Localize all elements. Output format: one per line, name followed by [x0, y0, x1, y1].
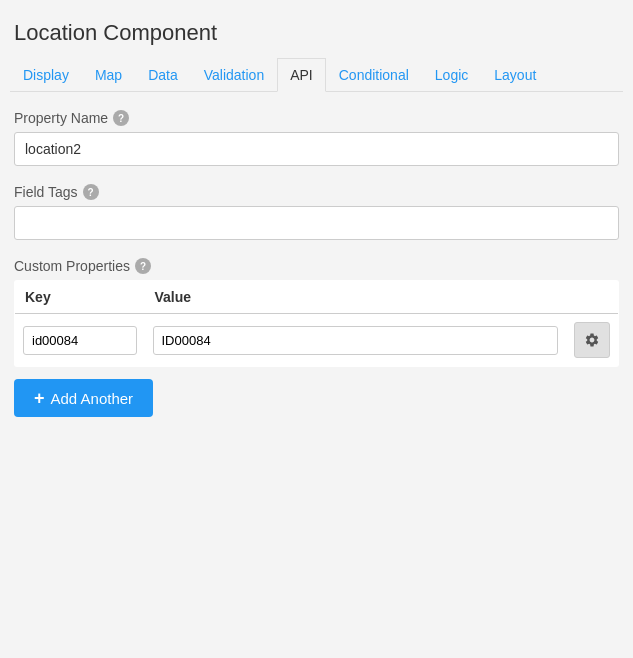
- field-tags-help-icon[interactable]: ?: [83, 184, 99, 200]
- tab-logic[interactable]: Logic: [422, 58, 481, 91]
- add-another-button[interactable]: + Add Another: [14, 379, 153, 417]
- field-tags-input[interactable]: [14, 206, 619, 240]
- tab-map[interactable]: Map: [82, 58, 135, 91]
- custom-properties-section: Custom Properties ? Key Value: [10, 258, 623, 417]
- col-header-key: Key: [15, 281, 145, 314]
- tab-data[interactable]: Data: [135, 58, 191, 91]
- property-name-help-icon[interactable]: ?: [113, 110, 129, 126]
- property-name-label: Property Name ?: [14, 110, 619, 126]
- row-key-input[interactable]: [23, 326, 137, 355]
- field-tags-label: Field Tags ?: [14, 184, 619, 200]
- plus-icon: +: [34, 389, 45, 407]
- settings-icon: [584, 332, 600, 348]
- custom-properties-help-icon[interactable]: ?: [135, 258, 151, 274]
- custom-properties-label: Custom Properties ?: [14, 258, 619, 274]
- tab-api[interactable]: API: [277, 58, 326, 92]
- col-header-action: [566, 281, 619, 314]
- tab-display[interactable]: Display: [10, 58, 82, 91]
- tab-validation[interactable]: Validation: [191, 58, 277, 91]
- custom-properties-table: Key Value: [14, 280, 619, 367]
- row-value-input[interactable]: [153, 326, 559, 355]
- add-another-label: Add Another: [51, 390, 134, 407]
- property-name-section: Property Name ?: [10, 110, 623, 166]
- field-tags-section: Field Tags ?: [10, 184, 623, 240]
- property-name-input[interactable]: [14, 132, 619, 166]
- panel-title: Location Component: [10, 20, 623, 46]
- col-header-value: Value: [145, 281, 567, 314]
- tab-conditional[interactable]: Conditional: [326, 58, 422, 91]
- location-component-panel: Location Component Display Map Data Vali…: [10, 10, 623, 445]
- table-row: [15, 314, 619, 367]
- tab-bar: Display Map Data Validation API Conditio…: [10, 58, 623, 92]
- tab-layout[interactable]: Layout: [481, 58, 549, 91]
- delete-row-button[interactable]: [574, 322, 610, 358]
